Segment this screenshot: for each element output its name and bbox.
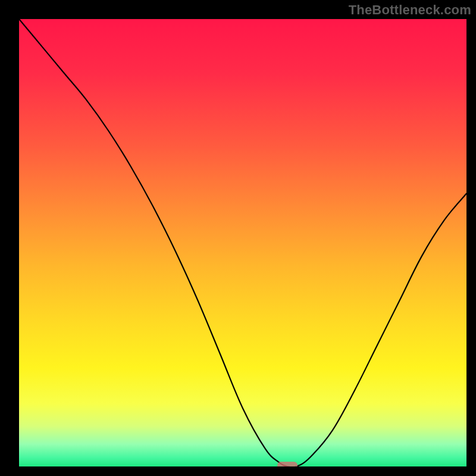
bottleneck-curve	[19, 19, 466, 466]
watermark-text: TheBottleneck.com	[349, 2, 471, 18]
plot-area	[19, 19, 466, 466]
chart-frame: TheBottleneck.com	[0, 0, 476, 476]
curve-svg	[19, 19, 466, 466]
min-marker	[277, 462, 298, 466]
